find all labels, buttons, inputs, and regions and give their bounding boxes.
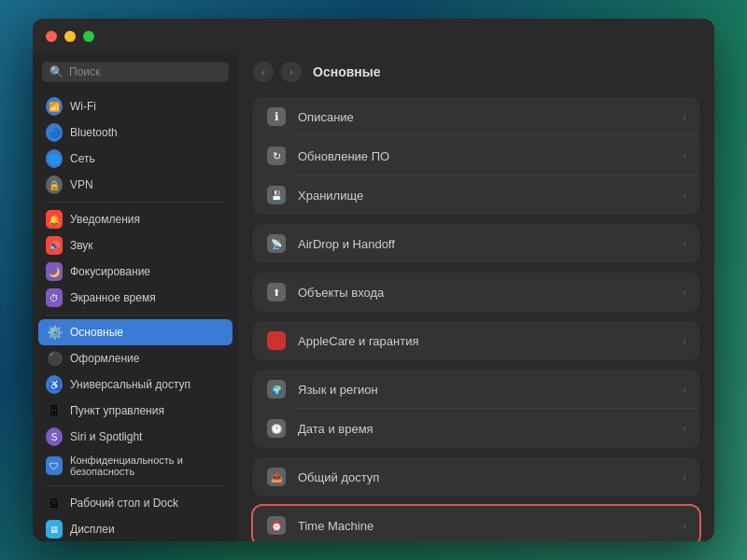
sidebar-item-wifi[interactable]: 📶 Wi-Fi bbox=[38, 93, 233, 119]
sidebar-item-label: VPN bbox=[70, 178, 93, 191]
chevron-icon: › bbox=[683, 111, 686, 122]
svg-text:💾: 💾 bbox=[271, 189, 283, 202]
sidebar-item-controlcenter[interactable]: 🎛 Пункт управления bbox=[38, 398, 233, 424]
forward-button[interactable]: › bbox=[281, 62, 302, 82]
search-icon: 🔍 bbox=[49, 65, 63, 78]
about-icon: ℹ bbox=[266, 106, 287, 127]
back-icon: ‹ bbox=[261, 67, 264, 77]
svg-text:⏰: ⏰ bbox=[271, 520, 283, 532]
search-bar: 🔍 Поиск bbox=[33, 54, 238, 90]
datetime-icon: 🕐 bbox=[266, 418, 287, 439]
timemachine-icon: ⏰ bbox=[266, 515, 287, 536]
general-icon: ⚙️ bbox=[46, 324, 63, 341]
main-content: ‹ › Основные ℹ Описание › bbox=[238, 54, 714, 541]
sidebar-item-label: Сеть bbox=[70, 152, 95, 165]
wifi-icon: 📶 bbox=[46, 98, 63, 115]
settings-row-update[interactable]: ↻ Обновление ПО › bbox=[253, 136, 699, 175]
back-button[interactable]: ‹ bbox=[253, 62, 274, 82]
search-placeholder: Поиск bbox=[69, 65, 100, 78]
row-label-about: Описание bbox=[298, 110, 671, 124]
svg-text:↻: ↻ bbox=[273, 150, 281, 161]
sidebar-item-notifications[interactable]: 🔔 Уведомления bbox=[38, 206, 233, 232]
sidebar-item-label: Дисплеи bbox=[70, 523, 115, 536]
chevron-icon: › bbox=[683, 150, 686, 161]
login-icon: ⬆ bbox=[266, 282, 287, 302]
sidebar-item-vpn[interactable]: 🔒 VPN bbox=[38, 172, 233, 198]
main-header: ‹ › Основные bbox=[238, 54, 714, 90]
svg-text:📡: 📡 bbox=[271, 238, 283, 250]
sidebar-item-network[interactable]: 🌐 Сеть bbox=[38, 146, 233, 172]
svg-rect-10 bbox=[267, 331, 286, 350]
sidebar-item-focus[interactable]: 🌙 Фокусирование bbox=[38, 259, 233, 285]
row-label-update: Обновление ПО bbox=[298, 149, 671, 163]
network-icon: 🌐 bbox=[46, 150, 63, 167]
chevron-icon: › bbox=[683, 423, 686, 434]
sidebar: 🔍 Поиск 📶 Wi-Fi 🔵 Bluetooth 🌐 Сеть bbox=[33, 54, 238, 541]
row-label-sharing: Общий доступ bbox=[298, 470, 671, 484]
row-label-login: Объекты входа bbox=[298, 286, 671, 300]
row-label-timemachine: Time Machine bbox=[298, 519, 671, 533]
settings-row-login[interactable]: ⬆ Объекты входа › bbox=[253, 273, 699, 312]
sidebar-item-siri[interactable]: S Siri и Spotlight bbox=[38, 424, 233, 450]
notifications-icon: 🔔 bbox=[46, 211, 63, 228]
chevron-icon: › bbox=[683, 189, 686, 201]
settings-group-5: 🌍 Язык и регион › 🕐 Дата и время › bbox=[253, 370, 699, 448]
maximize-button[interactable] bbox=[83, 31, 94, 42]
settings-row-datetime[interactable]: 🕐 Дата и время › bbox=[253, 409, 699, 448]
settings-row-applecare[interactable]: AppleCare и гарантия › bbox=[253, 321, 699, 360]
sidebar-item-label: Wi-Fi bbox=[70, 100, 96, 113]
row-label-datetime: Дата и время bbox=[298, 422, 671, 436]
sidebar-divider bbox=[46, 202, 225, 203]
sidebar-item-displays[interactable]: 🖥 Дисплеи bbox=[38, 516, 233, 541]
settings-group-4: AppleCare и гарантия › bbox=[253, 321, 699, 360]
chevron-icon: › bbox=[683, 335, 686, 346]
settings-group-6: 📤 Общий доступ › bbox=[253, 457, 699, 497]
controlcenter-icon: 🎛 bbox=[46, 402, 63, 419]
sidebar-item-privacy[interactable]: 🛡 Конфиденциальность и безопасность bbox=[38, 450, 233, 482]
main-window: 🔍 Поиск 📶 Wi-Fi 🔵 Bluetooth 🌐 Сеть bbox=[33, 19, 714, 541]
sidebar-list: 📶 Wi-Fi 🔵 Bluetooth 🌐 Сеть 🔒 VPN bbox=[33, 90, 238, 541]
settings-row-language[interactable]: 🌍 Язык и регион › bbox=[253, 370, 699, 409]
sidebar-item-label: Основные bbox=[70, 326, 123, 339]
sidebar-item-label: Оформление bbox=[70, 352, 139, 365]
minimize-button[interactable] bbox=[64, 31, 76, 42]
privacy-icon: 🛡 bbox=[46, 457, 63, 474]
titlebar bbox=[33, 19, 714, 54]
sidebar-item-desktop[interactable]: 🖥 Рабочий стол и Dock bbox=[38, 490, 233, 516]
sidebar-item-appearance[interactable]: ⚫ Оформление bbox=[38, 345, 233, 371]
sidebar-item-bluetooth[interactable]: 🔵 Bluetooth bbox=[38, 119, 233, 146]
sidebar-item-label: Звук bbox=[70, 239, 93, 252]
settings-row-sharing[interactable]: 📤 Общий доступ › bbox=[253, 457, 699, 497]
siri-icon: S bbox=[46, 428, 63, 445]
chevron-icon: › bbox=[683, 471, 686, 483]
forward-icon: › bbox=[289, 67, 292, 77]
sidebar-item-sound[interactable]: 🔊 Звук bbox=[38, 232, 233, 259]
settings-row-storage[interactable]: 💾 Хранилище › bbox=[253, 175, 699, 215]
close-button[interactable] bbox=[46, 31, 57, 42]
svg-text:ℹ: ℹ bbox=[275, 110, 279, 123]
airdrop-icon: 📡 bbox=[266, 233, 287, 254]
settings-row-timemachine[interactable]: ⏰ Time Machine › bbox=[253, 506, 699, 541]
sidebar-item-label: Пункт управления bbox=[70, 404, 164, 417]
sidebar-item-label: Bluetooth bbox=[70, 126, 118, 139]
search-input-wrap[interactable]: 🔍 Поиск bbox=[42, 62, 229, 82]
settings-group-2: 📡 AirDrop и Handoff › bbox=[253, 224, 699, 263]
chevron-icon: › bbox=[683, 520, 686, 531]
vpn-icon: 🔒 bbox=[46, 176, 63, 193]
displays-icon: 🖥 bbox=[46, 521, 63, 538]
svg-text:🕐: 🕐 bbox=[271, 423, 283, 435]
sharing-icon: 📤 bbox=[266, 467, 287, 487]
settings-row-airdrop[interactable]: 📡 AirDrop и Handoff › bbox=[253, 224, 699, 263]
sidebar-item-label: Уведомления bbox=[70, 213, 140, 226]
settings-row-about[interactable]: ℹ Описание › bbox=[253, 97, 699, 136]
sidebar-item-label: Экранное время bbox=[70, 291, 156, 304]
svg-text:⬆: ⬆ bbox=[273, 287, 280, 298]
sidebar-item-accessibility[interactable]: ♿ Универсальный доступ bbox=[38, 371, 233, 398]
sidebar-item-screentime[interactable]: ⏱ Экранное время bbox=[38, 285, 233, 311]
sidebar-item-general[interactable]: ⚙️ Основные bbox=[38, 319, 233, 345]
sidebar-item-label: Универсальный доступ bbox=[70, 378, 190, 391]
accessibility-icon: ♿ bbox=[46, 376, 63, 393]
sidebar-divider-2 bbox=[46, 315, 225, 315]
settings-group-3: ⬆ Объекты входа › bbox=[253, 273, 699, 312]
settings-group-1: ℹ Описание › ↻ Обновление ПО › bbox=[253, 97, 699, 215]
